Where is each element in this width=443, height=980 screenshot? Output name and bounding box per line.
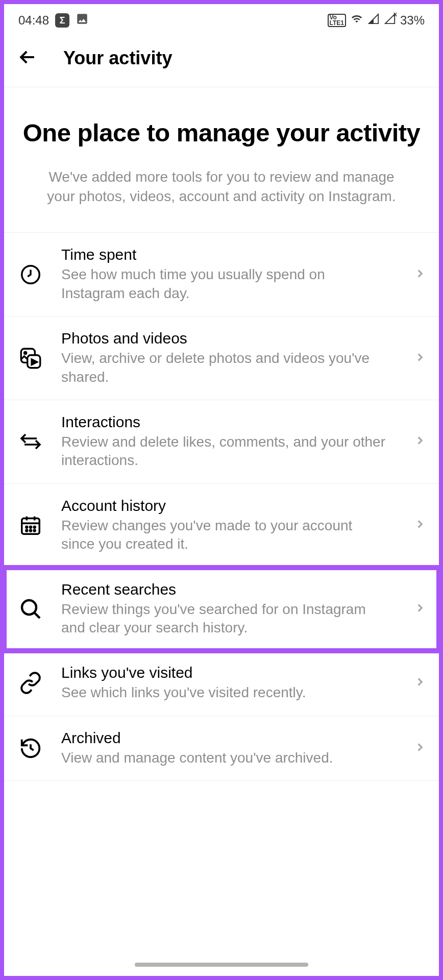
link-icon <box>16 671 45 695</box>
list-item-recent-searches[interactable]: Recent searches Review things you've sea… <box>4 568 439 651</box>
media-icon <box>16 346 45 371</box>
item-title: Account history <box>61 497 387 514</box>
page-title: Your activity <box>63 47 172 69</box>
svg-point-2 <box>24 352 27 354</box>
item-description: Review things you've searched for on Ins… <box>61 600 387 638</box>
svg-point-6 <box>30 526 31 528</box>
status-bar: 04:48 Σ VoLTE1 x 33% <box>4 4 439 34</box>
list-item-photos-videos[interactable]: Photos and videos View, archive or delet… <box>4 316 439 400</box>
item-description: See which links you've visited recently. <box>61 683 387 702</box>
item-title: Interactions <box>61 413 387 431</box>
chevron-right-icon <box>413 434 427 449</box>
wifi-icon <box>350 13 363 28</box>
svg-point-5 <box>26 526 28 528</box>
chevron-right-icon <box>413 267 427 282</box>
volte-icon: VoLTE1 <box>328 14 346 27</box>
clock-icon <box>16 263 45 286</box>
list-item-links-visited[interactable]: Links you've visited See which links you… <box>4 651 439 716</box>
svg-point-8 <box>26 530 28 531</box>
app-icon-sigma: Σ <box>55 13 69 28</box>
status-time: 04:48 <box>18 13 49 28</box>
home-indicator[interactable] <box>135 963 308 967</box>
item-description: View and manage content you've archived. <box>61 749 387 767</box>
list-item-interactions[interactable]: Interactions Review and delete likes, co… <box>4 400 439 484</box>
item-description: Review and delete likes, comments, and y… <box>61 433 387 470</box>
search-icon <box>16 597 45 621</box>
item-description: View, archive or delete photos and video… <box>61 349 387 386</box>
battery-percent: 33% <box>400 13 425 28</box>
item-title: Time spent <box>61 246 387 263</box>
list-item-archived[interactable]: Archived View and manage content you've … <box>4 716 439 781</box>
intro-title: One place to manage your activity <box>20 118 423 148</box>
intro-section: One place to manage your activity We've … <box>4 87 439 232</box>
item-description: See how much time you usually spend on I… <box>61 265 387 303</box>
arrows-swap-icon <box>16 429 45 454</box>
item-title: Links you've visited <box>61 664 387 681</box>
svg-point-10 <box>34 530 35 531</box>
calendar-icon <box>16 513 45 537</box>
item-title: Archived <box>61 729 387 747</box>
signal-icon-2: x <box>384 13 396 28</box>
chevron-right-icon <box>413 601 427 617</box>
chevron-right-icon <box>413 518 427 533</box>
back-arrow-icon[interactable] <box>16 46 39 70</box>
chevron-right-icon <box>413 351 427 366</box>
item-title: Recent searches <box>61 581 387 598</box>
app-header: Your activity <box>4 34 439 87</box>
svg-point-11 <box>22 600 36 615</box>
item-description: Review changes you've made to your accou… <box>61 517 387 554</box>
intro-description: We've added more tools for you to review… <box>20 167 423 206</box>
svg-point-7 <box>34 526 35 528</box>
history-icon <box>16 737 45 760</box>
photos-icon <box>76 12 89 29</box>
signal-icon-1 <box>367 13 380 28</box>
list-item-time-spent[interactable]: Time spent See how much time you usually… <box>4 233 439 316</box>
list-item-account-history[interactable]: Account history Review changes you've ma… <box>4 484 439 568</box>
svg-point-9 <box>30 530 31 531</box>
item-title: Photos and videos <box>61 330 387 347</box>
activity-list: Time spent See how much time you usually… <box>4 232 439 781</box>
chevron-right-icon <box>413 675 427 691</box>
chevron-right-icon <box>413 741 427 756</box>
